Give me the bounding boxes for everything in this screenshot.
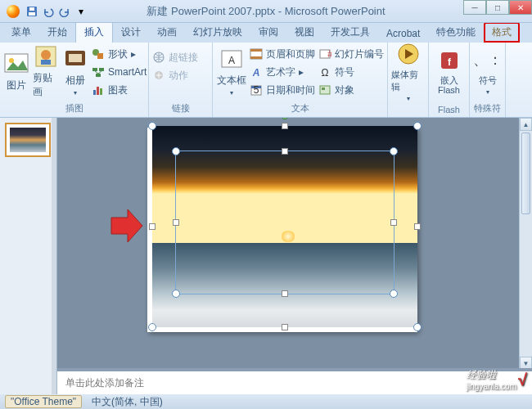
tab-1[interactable]: 开始 (39, 22, 75, 43)
smartart-button[interactable]: SmartArt (92, 64, 147, 80)
group-label-media (391, 114, 425, 115)
minimize-button[interactable]: ─ (463, 0, 486, 15)
resize-handle[interactable] (413, 323, 422, 331)
status-language: 中文(简体, 中国) (92, 395, 163, 409)
placeholder-box[interactable] (175, 151, 394, 294)
resize-handle[interactable] (282, 123, 288, 129)
qat-save-icon[interactable] (25, 4, 39, 19)
maximize-button[interactable]: □ (486, 0, 509, 15)
svg-rect-7 (41, 60, 51, 65)
slide-number-button[interactable]: #幻灯片编号 (318, 46, 384, 62)
selected-picture[interactable] (152, 126, 417, 327)
group-label-special: 特殊符 (473, 101, 502, 115)
object-button[interactable]: 对象 (318, 82, 384, 98)
qat-undo-icon[interactable] (41, 4, 56, 19)
textbox-button[interactable]: A文本框▾ (216, 44, 246, 98)
resize-handle[interactable] (173, 219, 179, 226)
wordart-button[interactable]: A艺术字 ▸ (250, 64, 315, 80)
tab-4[interactable]: 动画 (149, 22, 185, 43)
media-clip-button[interactable]: 媒体剪辑▾ (391, 44, 425, 98)
album-button[interactable]: 相册▾ (62, 44, 88, 98)
resize-handle[interactable] (148, 122, 156, 130)
tab-6[interactable]: 审阅 (250, 22, 286, 43)
shapes-button[interactable]: 形状 ▸ (92, 46, 147, 62)
resize-handle[interactable] (282, 290, 288, 297)
vertical-scrollbar[interactable]: ▲ ▼ ⏮ ⏭ (519, 118, 532, 409)
group-label-flash: Flash (432, 104, 466, 115)
symbol-button[interactable]: Ω符号 (318, 64, 384, 80)
svg-text:#: # (327, 48, 331, 60)
scroll-thumb[interactable] (521, 133, 530, 214)
notes-pane[interactable]: 单击此处添加备注 (57, 368, 532, 394)
svg-text:A: A (252, 67, 260, 79)
notes-placeholder: 单击此处添加备注 (65, 377, 144, 389)
chart-button[interactable]: 图表 (92, 82, 147, 98)
group-label-links: 链接 (152, 101, 209, 115)
resize-handle[interactable] (149, 223, 156, 230)
svg-rect-14 (96, 74, 101, 77)
svg-rect-24 (250, 56, 262, 59)
flash-button[interactable]: f嵌入 Flash (432, 44, 466, 98)
special-symbol-button[interactable]: 、：符号▾ (473, 44, 502, 98)
rotate-handle[interactable] (281, 118, 289, 119)
svg-rect-33 (322, 88, 325, 90)
svg-rect-11 (97, 53, 103, 59)
resize-handle[interactable] (282, 148, 288, 155)
slide-thumbnail[interactable] (5, 123, 51, 157)
group-label-illustrations: 插图 (3, 101, 145, 115)
window-title: 新建 PowerPoint 2007.pptx - Microsoft Powe… (147, 4, 385, 19)
slide-editor[interactable]: ▲ ▼ ⏮ ⏭ (57, 118, 532, 409)
tab-10[interactable]: 特色功能 (428, 22, 484, 43)
tab-2[interactable]: 插入 (75, 21, 113, 43)
datetime-button[interactable]: 5日期和时间 (250, 82, 315, 98)
svg-text:5: 5 (254, 84, 259, 96)
svg-text:A: A (228, 55, 234, 66)
annotation-arrow-icon (108, 208, 144, 244)
resize-handle[interactable] (148, 323, 156, 331)
svg-rect-9 (69, 54, 82, 62)
clipart-button[interactable]: 剪贴画 (33, 44, 59, 98)
resize-handle[interactable] (172, 147, 180, 155)
picture-button[interactable]: 图片 (3, 44, 29, 98)
status-theme: "Office Theme" (5, 395, 82, 408)
svg-text:Ω: Ω (322, 67, 329, 79)
resize-handle[interactable] (390, 219, 397, 226)
header-footer-button[interactable]: 页眉和页脚 (250, 46, 315, 62)
office-button[interactable] (7, 5, 20, 18)
resize-handle[interactable] (414, 223, 421, 230)
tab-11[interactable]: 格式 (484, 22, 520, 43)
tab-7[interactable]: 视图 (286, 22, 322, 43)
tab-0[interactable]: 菜单 (3, 22, 39, 43)
resize-handle[interactable] (282, 324, 288, 330)
svg-rect-2 (29, 7, 34, 11)
status-bar: "Office Theme" 中文(简体, 中国) (0, 394, 532, 409)
slide-thumbnail-panel[interactable]: 1 (0, 118, 57, 409)
resize-handle[interactable] (390, 147, 398, 155)
svg-rect-23 (250, 49, 262, 52)
svg-rect-13 (99, 68, 104, 71)
action-button: 动作 (152, 67, 198, 83)
resize-handle[interactable] (390, 290, 398, 298)
svg-point-4 (9, 58, 14, 63)
scroll-up-icon[interactable]: ▲ (520, 118, 532, 131)
group-label-text: 文本 (216, 101, 384, 115)
qat-dropdown-icon[interactable]: ▾ (74, 4, 88, 19)
svg-rect-17 (100, 88, 102, 95)
close-button[interactable]: ✕ (509, 0, 532, 15)
svg-rect-15 (93, 90, 96, 95)
hyperlink-button: 超链接 (152, 49, 198, 65)
svg-rect-12 (92, 68, 97, 71)
watermark: 经验啦 jingyanla.com √ (467, 368, 527, 391)
resize-handle[interactable] (413, 122, 422, 130)
tab-3[interactable]: 设计 (113, 22, 149, 43)
tab-5[interactable]: 幻灯片放映 (185, 22, 250, 43)
tab-8[interactable]: 开发工具 (322, 22, 378, 43)
qat-redo-icon[interactable] (57, 4, 72, 19)
svg-point-6 (41, 50, 51, 60)
svg-rect-16 (97, 87, 99, 95)
svg-rect-1 (29, 12, 35, 16)
resize-handle[interactable] (172, 290, 180, 298)
